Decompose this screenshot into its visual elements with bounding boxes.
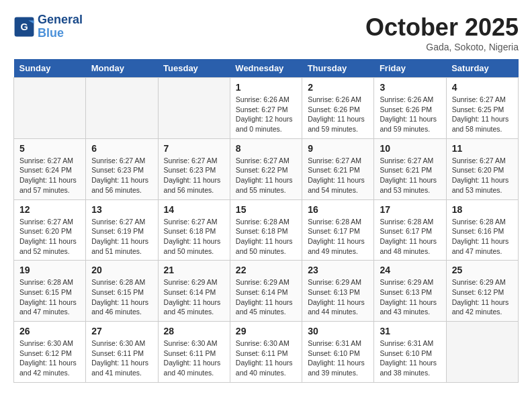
day-number: 16: [308, 204, 368, 215]
weekday-header: Thursday: [302, 59, 374, 78]
day-info: Sunrise: 6:27 AM Sunset: 6:20 PM Dayligh…: [452, 156, 513, 195]
day-info: Sunrise: 6:28 AM Sunset: 6:15 PM Dayligh…: [91, 277, 152, 317]
day-number: 11: [452, 143, 513, 154]
day-number: 12: [19, 204, 80, 215]
calendar-day-cell: 9 Sunrise: 6:27 AM Sunset: 6:21 PM Dayli…: [302, 138, 374, 199]
day-info: Sunrise: 6:28 AM Sunset: 6:16 PM Dayligh…: [452, 217, 513, 257]
calendar-week-row: 1 Sunrise: 6:26 AM Sunset: 6:27 PM Dayli…: [14, 78, 519, 139]
day-info: Sunrise: 6:27 AM Sunset: 6:21 PM Dayligh…: [380, 156, 440, 195]
day-number: 23: [308, 265, 368, 275]
day-info: Sunrise: 6:29 AM Sunset: 6:13 PM Dayligh…: [308, 277, 368, 317]
day-info: Sunrise: 6:28 AM Sunset: 6:17 PM Dayligh…: [308, 217, 368, 257]
day-number: 15: [236, 204, 296, 215]
day-info: Sunrise: 6:27 AM Sunset: 6:21 PM Dayligh…: [308, 156, 368, 195]
month-title: October 2025: [365, 13, 519, 42]
day-number: 8: [236, 143, 296, 154]
day-info: Sunrise: 6:27 AM Sunset: 6:20 PM Dayligh…: [19, 217, 80, 257]
calendar-day-cell: 13 Sunrise: 6:27 AM Sunset: 6:19 PM Dayl…: [86, 199, 158, 261]
weekday-header: Friday: [374, 59, 446, 78]
day-number: 19: [19, 265, 80, 275]
calendar-day-cell: [86, 78, 158, 139]
title-block: October 2025 Gada, Sokoto, Nigeria: [365, 13, 519, 52]
weekday-header: Sunday: [14, 59, 86, 78]
calendar-day-cell: 2 Sunrise: 6:26 AM Sunset: 6:26 PM Dayli…: [302, 78, 374, 139]
day-number: 1: [236, 82, 296, 93]
day-info: Sunrise: 6:27 AM Sunset: 6:25 PM Dayligh…: [452, 95, 513, 134]
calendar-day-cell: 12 Sunrise: 6:27 AM Sunset: 6:20 PM Dayl…: [14, 199, 86, 261]
calendar-week-row: 26 Sunrise: 6:30 AM Sunset: 6:12 PM Dayl…: [14, 322, 519, 383]
calendar-day-cell: 19 Sunrise: 6:28 AM Sunset: 6:15 PM Dayl…: [14, 261, 86, 322]
calendar-week-row: 19 Sunrise: 6:28 AM Sunset: 6:15 PM Dayl…: [14, 261, 519, 322]
calendar-day-cell: 16 Sunrise: 6:28 AM Sunset: 6:17 PM Dayl…: [302, 199, 374, 261]
day-number: 9: [308, 143, 368, 154]
calendar-day-cell: [158, 78, 230, 139]
day-number: 4: [452, 82, 513, 93]
day-number: 29: [236, 326, 296, 336]
day-info: Sunrise: 6:31 AM Sunset: 6:10 PM Dayligh…: [308, 338, 368, 378]
calendar-day-cell: [446, 322, 518, 383]
calendar-day-cell: 5 Sunrise: 6:27 AM Sunset: 6:24 PM Dayli…: [14, 138, 86, 199]
calendar-day-cell: 4 Sunrise: 6:27 AM Sunset: 6:25 PM Dayli…: [446, 78, 518, 139]
calendar-day-cell: 7 Sunrise: 6:27 AM Sunset: 6:23 PM Dayli…: [158, 138, 230, 199]
calendar-day-cell: 15 Sunrise: 6:28 AM Sunset: 6:18 PM Dayl…: [230, 199, 302, 261]
calendar-day-cell: 26 Sunrise: 6:30 AM Sunset: 6:12 PM Dayl…: [14, 322, 86, 383]
day-number: 22: [236, 265, 296, 275]
day-info: Sunrise: 6:27 AM Sunset: 6:23 PM Dayligh…: [164, 156, 224, 195]
logo-text: GeneralBlue: [38, 13, 83, 40]
day-info: Sunrise: 6:30 AM Sunset: 6:11 PM Dayligh…: [164, 338, 224, 378]
weekday-header: Saturday: [446, 59, 518, 78]
day-number: 17: [380, 204, 440, 215]
page-header: G GeneralBlue October 2025 Gada, Sokoto,…: [13, 13, 519, 52]
day-info: Sunrise: 6:27 AM Sunset: 6:24 PM Dayligh…: [19, 156, 80, 195]
calendar-day-cell: 11 Sunrise: 6:27 AM Sunset: 6:20 PM Dayl…: [446, 138, 518, 199]
day-number: 27: [91, 326, 152, 336]
day-info: Sunrise: 6:31 AM Sunset: 6:10 PM Dayligh…: [380, 338, 440, 378]
day-number: 20: [91, 265, 152, 275]
day-number: 6: [91, 143, 152, 154]
calendar-day-cell: 3 Sunrise: 6:26 AM Sunset: 6:26 PM Dayli…: [374, 78, 446, 139]
logo-icon: G: [13, 16, 35, 38]
day-info: Sunrise: 6:30 AM Sunset: 6:11 PM Dayligh…: [236, 338, 296, 378]
day-info: Sunrise: 6:27 AM Sunset: 6:23 PM Dayligh…: [91, 156, 152, 195]
calendar-day-cell: 20 Sunrise: 6:28 AM Sunset: 6:15 PM Dayl…: [86, 261, 158, 322]
logo: G GeneralBlue: [13, 13, 83, 40]
weekday-header: Monday: [86, 59, 158, 78]
calendar-day-cell: 31 Sunrise: 6:31 AM Sunset: 6:10 PM Dayl…: [374, 322, 446, 383]
day-info: Sunrise: 6:29 AM Sunset: 6:14 PM Dayligh…: [164, 277, 224, 317]
calendar-day-cell: 24 Sunrise: 6:29 AM Sunset: 6:13 PM Dayl…: [374, 261, 446, 322]
calendar-day-cell: 25 Sunrise: 6:29 AM Sunset: 6:12 PM Dayl…: [446, 261, 518, 322]
calendar-day-cell: 27 Sunrise: 6:30 AM Sunset: 6:11 PM Dayl…: [86, 322, 158, 383]
day-number: 13: [91, 204, 152, 215]
day-info: Sunrise: 6:27 AM Sunset: 6:18 PM Dayligh…: [164, 217, 224, 257]
day-info: Sunrise: 6:28 AM Sunset: 6:15 PM Dayligh…: [19, 277, 80, 317]
day-number: 25: [452, 265, 513, 275]
day-info: Sunrise: 6:29 AM Sunset: 6:13 PM Dayligh…: [380, 277, 440, 317]
day-number: 24: [380, 265, 440, 275]
day-number: 10: [380, 143, 440, 154]
weekday-header-row: SundayMondayTuesdayWednesdayThursdayFrid…: [14, 59, 519, 78]
calendar-day-cell: 6 Sunrise: 6:27 AM Sunset: 6:23 PM Dayli…: [86, 138, 158, 199]
weekday-header: Tuesday: [158, 59, 230, 78]
day-number: 31: [380, 326, 440, 336]
calendar-day-cell: 30 Sunrise: 6:31 AM Sunset: 6:10 PM Dayl…: [302, 322, 374, 383]
day-info: Sunrise: 6:29 AM Sunset: 6:14 PM Dayligh…: [236, 277, 296, 317]
calendar-day-cell: 18 Sunrise: 6:28 AM Sunset: 6:16 PM Dayl…: [446, 199, 518, 261]
day-info: Sunrise: 6:28 AM Sunset: 6:18 PM Dayligh…: [236, 217, 296, 257]
day-number: 28: [164, 326, 224, 336]
calendar-day-cell: 28 Sunrise: 6:30 AM Sunset: 6:11 PM Dayl…: [158, 322, 230, 383]
calendar-week-row: 12 Sunrise: 6:27 AM Sunset: 6:20 PM Dayl…: [14, 199, 519, 261]
calendar-day-cell: 29 Sunrise: 6:30 AM Sunset: 6:11 PM Dayl…: [230, 322, 302, 383]
day-number: 21: [164, 265, 224, 275]
calendar-day-cell: 21 Sunrise: 6:29 AM Sunset: 6:14 PM Dayl…: [158, 261, 230, 322]
calendar-day-cell: 17 Sunrise: 6:28 AM Sunset: 6:17 PM Dayl…: [374, 199, 446, 261]
day-info: Sunrise: 6:26 AM Sunset: 6:27 PM Dayligh…: [236, 95, 296, 134]
calendar-table: SundayMondayTuesdayWednesdayThursdayFrid…: [13, 59, 519, 383]
day-number: 2: [308, 82, 368, 93]
weekday-header: Wednesday: [230, 59, 302, 78]
day-info: Sunrise: 6:26 AM Sunset: 6:26 PM Dayligh…: [380, 95, 440, 134]
calendar-day-cell: 8 Sunrise: 6:27 AM Sunset: 6:22 PM Dayli…: [230, 138, 302, 199]
day-info: Sunrise: 6:30 AM Sunset: 6:12 PM Dayligh…: [19, 338, 80, 378]
day-number: 3: [380, 82, 440, 93]
calendar-day-cell: 10 Sunrise: 6:27 AM Sunset: 6:21 PM Dayl…: [374, 138, 446, 199]
day-info: Sunrise: 6:30 AM Sunset: 6:11 PM Dayligh…: [91, 338, 152, 378]
